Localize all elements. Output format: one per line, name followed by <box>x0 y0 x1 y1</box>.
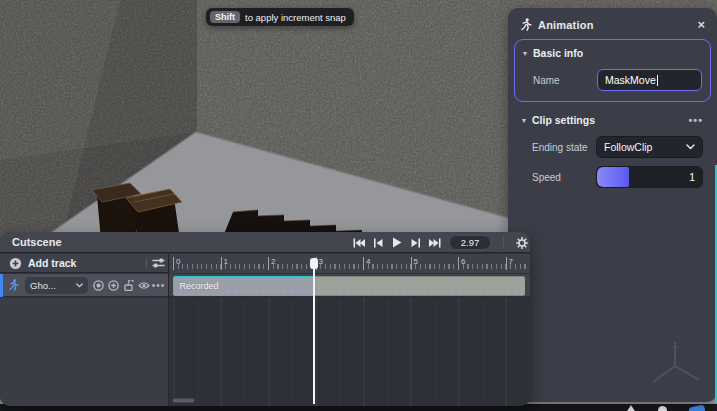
speed-fill <box>597 167 629 187</box>
step-back-button[interactable] <box>370 235 385 250</box>
tooltip-text: to apply increment snap <box>245 12 346 23</box>
name-input[interactable]: MaskMove <box>597 69 702 91</box>
shift-keycap: Shift <box>210 11 240 23</box>
track-list-empty-area <box>0 298 168 406</box>
panel-title: Animation <box>538 19 594 31</box>
editor-screen: Shift to apply increment snap Animation … <box>0 0 717 411</box>
speed-slider[interactable]: 1 <box>596 166 703 188</box>
add-track-label: Add track <box>28 257 76 269</box>
time-input[interactable]: 2.97 <box>449 235 491 250</box>
basic-info-header[interactable]: ▾ Basic info <box>523 47 702 59</box>
timeline-grid[interactable] <box>169 298 530 406</box>
cutscene-title: Cutscene <box>12 236 62 248</box>
dot-icon <box>658 406 667 411</box>
play-button[interactable] <box>389 235 404 250</box>
ending-state-label: Ending state <box>532 142 596 153</box>
timeline-ruler[interactable] <box>169 254 530 273</box>
time-value: 2.97 <box>461 237 480 248</box>
speed-value: 1 <box>689 171 695 183</box>
name-value: MaskMove <box>605 74 656 86</box>
speed-label: Speed <box>532 172 596 183</box>
animation-icon <box>520 18 532 31</box>
plus-circle-icon <box>9 257 22 270</box>
ending-state-dropdown[interactable]: FollowClip <box>596 136 703 158</box>
settings-gear-icon[interactable] <box>514 235 530 251</box>
clip-settings-section: ▾ Clip settings ••• Ending state FollowC… <box>514 114 711 188</box>
ending-state-value: FollowClip <box>604 141 652 153</box>
section-title: Clip settings <box>532 114 595 126</box>
chevron-down-icon <box>686 144 695 150</box>
animation-panel-header: Animation × <box>508 8 717 37</box>
blue-marker-icon <box>688 404 706 411</box>
transport-controls: 2.97 × <box>351 232 530 253</box>
divider <box>146 258 147 269</box>
add-track-button[interactable]: Add track <box>9 257 76 270</box>
step-forward-button[interactable] <box>408 235 423 250</box>
text-caret <box>657 75 658 86</box>
basic-info-section: ▾ Basic info Name MaskMove <box>514 39 711 102</box>
clip-settings-header[interactable]: ▾ Clip settings ••• <box>522 114 703 126</box>
collapse-caret-icon[interactable]: ▾ <box>523 49 527 58</box>
horizontal-scrollbar-thumb[interactable] <box>172 398 195 403</box>
track-filter-icon[interactable] <box>152 257 165 269</box>
ruler-minor-ticks <box>173 264 526 269</box>
skip-to-start-button[interactable] <box>351 235 366 250</box>
playhead-line <box>313 268 315 404</box>
cutscene-panel: Cutscene 2.97 <box>0 232 530 406</box>
clip-lane: Recorded <box>0 276 530 296</box>
timeline-clip[interactable] <box>314 276 526 296</box>
close-icon[interactable]: × <box>697 18 705 31</box>
animation-panel: Animation × ▾ Basic info Name MaskMove ▾… <box>508 8 717 402</box>
collapse-caret-icon[interactable]: ▾ <box>522 116 526 125</box>
timeline-clip[interactable]: Recorded <box>173 276 314 296</box>
snap-tooltip: Shift to apply increment snap <box>206 8 354 26</box>
cursor-icon <box>626 405 636 411</box>
section-title: Basic info <box>533 47 583 59</box>
divider <box>503 237 504 249</box>
skip-to-end-button[interactable] <box>427 235 442 250</box>
name-label: Name <box>533 75 597 86</box>
